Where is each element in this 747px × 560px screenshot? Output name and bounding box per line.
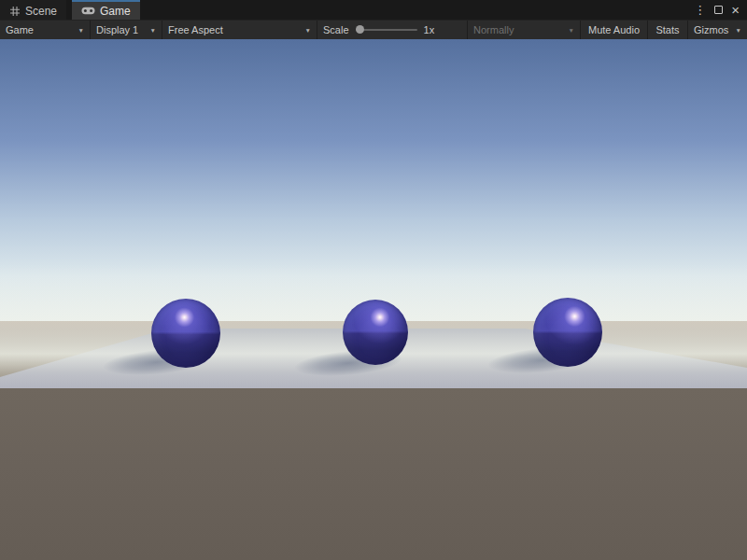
maximize-icon[interactable] (714, 6, 723, 14)
game-popup[interactable]: Game ▼ (0, 21, 90, 39)
kebab-menu-icon[interactable]: ⋮ (694, 4, 706, 16)
scale-control: Scale 1x (317, 21, 467, 39)
display-popup-label: Display 1 (96, 24, 138, 35)
tab-game-label: Game (100, 5, 131, 18)
stats-label: Stats (655, 24, 679, 35)
mute-audio-label: Mute Audio (588, 24, 640, 35)
stats-button[interactable]: Stats (648, 21, 687, 39)
grid-icon (9, 6, 21, 17)
tab-game[interactable]: Game (72, 0, 140, 20)
tab-scene-label: Scene (25, 5, 57, 18)
gizmos-label: Gizmos (694, 24, 728, 35)
tab-bar-spacer (140, 0, 695, 20)
game-view-toolbar: Game ▼ Display 1 ▼ Free Aspect ▼ Scale 1… (0, 20, 747, 39)
gamepad-icon (81, 7, 95, 15)
close-icon[interactable]: × (731, 3, 740, 17)
scale-slider-knob[interactable] (356, 25, 364, 34)
sphere-left (151, 299, 220, 368)
game-popup-label: Game (6, 24, 34, 35)
scale-label: Scale (323, 24, 349, 35)
aspect-ratio-popup[interactable]: Free Aspect ▼ (162, 21, 317, 39)
sphere-right (533, 298, 602, 367)
scale-value: 1x (424, 24, 435, 35)
chevron-down-icon: ▼ (73, 27, 84, 34)
aspect-ratio-label: Free Aspect (168, 24, 223, 35)
play-mode-popup[interactable]: Normally ▼ (468, 21, 580, 39)
gizmos-popup[interactable]: Gizmos ▼ (688, 21, 747, 39)
sky-gradient (0, 39, 747, 329)
ground-plane-near (0, 388, 747, 560)
chevron-down-icon: ▼ (145, 27, 156, 34)
play-mode-label: Normally (473, 24, 514, 35)
window-controls: ⋮ × (694, 0, 747, 20)
tab-bar: Scene Game ⋮ × (0, 0, 747, 20)
chevron-down-icon: ▼ (730, 27, 741, 34)
chevron-down-icon: ▼ (563, 27, 574, 34)
game-viewport[interactable] (0, 39, 747, 560)
chevron-down-icon: ▼ (300, 27, 311, 34)
tab-scene[interactable]: Scene (0, 0, 66, 20)
scale-slider[interactable] (356, 29, 417, 31)
mute-audio-button[interactable]: Mute Audio (581, 21, 647, 39)
sphere-center (343, 300, 408, 365)
display-popup[interactable]: Display 1 ▼ (91, 21, 162, 39)
